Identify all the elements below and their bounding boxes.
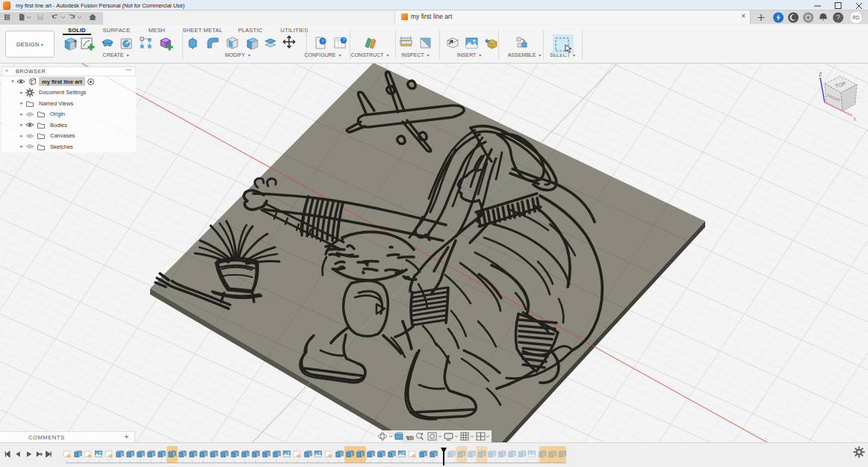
svg-text:Z: Z	[819, 72, 822, 77]
svg-text:?: ?	[836, 13, 840, 21]
svg-text:?: ?	[342, 37, 345, 43]
svg-text:?: ?	[321, 39, 324, 44]
svg-text:X: X	[853, 117, 857, 122]
svg-text:RD: RD	[852, 15, 860, 20]
